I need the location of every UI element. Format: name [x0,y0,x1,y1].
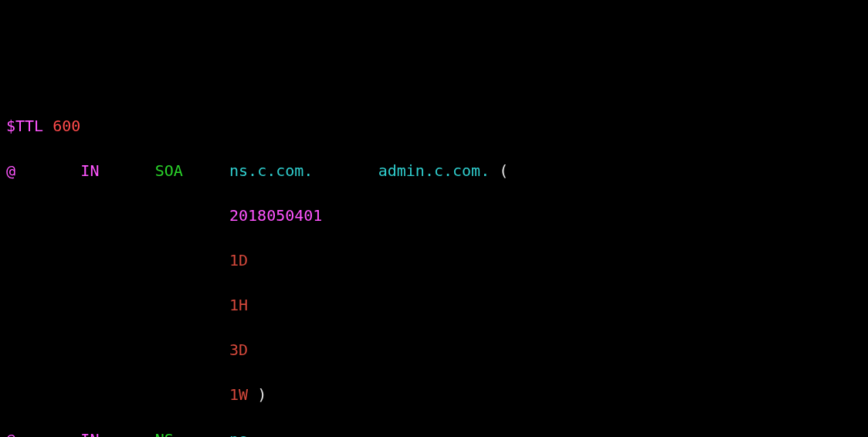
record-name: @ [6,430,15,437]
soa-retry-line: 1H [6,294,862,317]
soa-serial-line: 2018050401 [6,205,862,227]
record-row: @ IN NS ns [6,429,862,437]
soa-line: @ IN SOA ns.c.com. admin.c.com. ( [6,160,862,182]
soa-minimum-line: 1W ) [6,384,862,406]
ttl-value: 600 [53,117,80,135]
soa-expire-line: 3D [6,339,862,361]
soa-expire: 3D [229,340,248,359]
record-name: @ [6,161,15,180]
soa-ns: ns.c.com. [229,161,313,180]
soa-minimum: 1W [229,385,248,404]
record-class: IN [80,430,99,437]
record-type: NS [155,430,174,437]
record-class: IN [80,161,99,180]
soa-serial: 2018050401 [229,206,322,225]
record-value: ns [229,430,248,437]
ttl-line: $TTL 600 [6,115,862,137]
record-type: SOA [155,161,183,180]
paren-open: ( [499,161,508,180]
paren-close: ) [257,385,266,404]
soa-retry: 1H [229,296,248,314]
ttl-directive: $TTL [6,117,43,135]
soa-admin: admin.c.com. [378,161,490,180]
soa-refresh-line: 1D [6,249,862,272]
soa-refresh: 1D [229,251,248,269]
editor-content[interactable]: $TTL 600 @ IN SOA ns.c.com. admin.c.com.… [6,93,862,437]
